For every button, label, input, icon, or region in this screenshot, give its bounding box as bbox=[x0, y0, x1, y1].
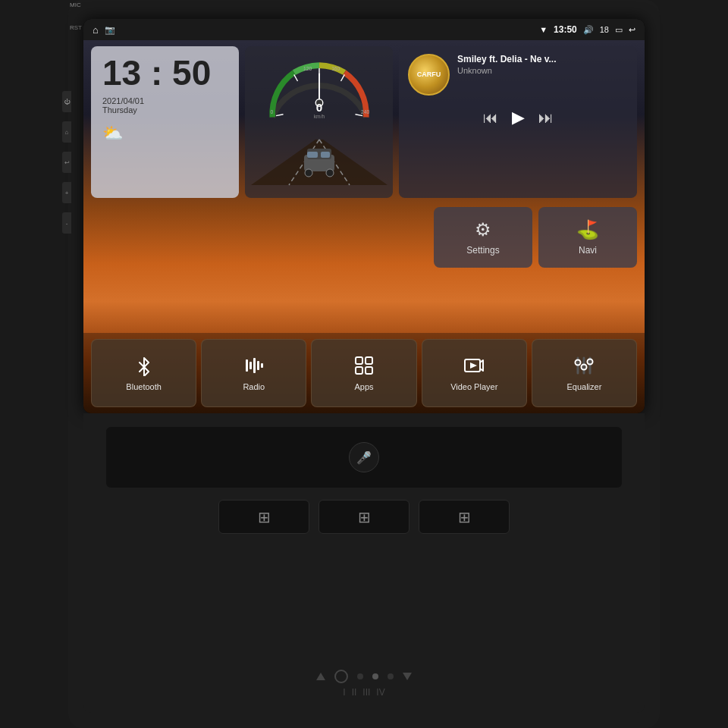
camera-icon: 📷 bbox=[105, 25, 115, 35]
car-road bbox=[245, 124, 393, 193]
back-icon[interactable]: ↩ bbox=[629, 25, 635, 35]
apps-tile[interactable]: Apps bbox=[311, 339, 416, 407]
settings-icon: ⚙ bbox=[475, 219, 491, 240]
mic-label: MIC bbox=[70, 2, 81, 8]
prev-track-button[interactable]: ⏮ bbox=[483, 109, 498, 127]
bottom-decorative: I II III IV bbox=[316, 670, 412, 698]
next-track-button[interactable]: ⏭ bbox=[538, 109, 554, 127]
rst-label: RST bbox=[70, 24, 82, 31]
svg-line-4 bbox=[355, 115, 362, 116]
music-widget: CARFU Smiley ft. Delia - Ne v... Unknown… bbox=[399, 46, 637, 198]
svg-line-3 bbox=[276, 115, 284, 116]
clock-weather: ⛅ bbox=[102, 124, 123, 143]
vent-left-button[interactable]: ⊞ bbox=[218, 500, 309, 534]
navi-icon: ⛳ bbox=[576, 219, 599, 240]
ac-control-area: 🎤 bbox=[106, 427, 622, 488]
vent-right-button[interactable]: ⊞ bbox=[419, 500, 510, 534]
center-dial bbox=[334, 670, 348, 683]
vent-center-icon: ⊞ bbox=[358, 508, 371, 526]
radio-tile[interactable]: Radio bbox=[201, 339, 306, 407]
volume-level: 18 bbox=[600, 25, 609, 34]
clock-widget: 13 : 50 2021/04/01 Thursday ⛅ bbox=[91, 46, 239, 198]
svg-rect-28 bbox=[366, 357, 372, 364]
settings-label: Settings bbox=[466, 245, 499, 256]
video-tile[interactable]: Video Player bbox=[422, 339, 527, 407]
widgets-row: 13 : 50 2021/04/01 Thursday ⛅ bbox=[83, 40, 645, 207]
vol-up-button[interactable]: + bbox=[62, 182, 71, 203]
home-icon[interactable]: ⌂ bbox=[93, 24, 99, 36]
settings-tile[interactable]: ⚙ Settings bbox=[434, 207, 532, 268]
vent-row: ⊞ ⊞ ⊞ bbox=[218, 500, 510, 534]
status-right: ▼ 13:50 🔊 18 ▭ ↩ bbox=[539, 24, 635, 35]
screen: ⌂ 📷 ▼ 13:50 🔊 18 ▭ ↩ 13 : 50 2021/04/01 … bbox=[83, 19, 645, 413]
music-top: CARFU Smiley ft. Delia - Ne v... Unknown bbox=[408, 54, 628, 96]
dial-icon-3: III bbox=[362, 687, 370, 698]
svg-point-18 bbox=[305, 169, 312, 177]
svg-marker-32 bbox=[480, 360, 483, 371]
bluetooth-icon bbox=[133, 355, 155, 376]
clock-day: Thursday bbox=[102, 105, 137, 115]
music-controls: ⏮ ▶ ⏭ bbox=[408, 108, 628, 127]
tri-1 bbox=[316, 673, 325, 680]
svg-rect-21 bbox=[321, 152, 330, 158]
radio-label: Radio bbox=[243, 382, 265, 391]
bluetooth-label: Bluetooth bbox=[126, 382, 161, 391]
svg-text:0: 0 bbox=[315, 101, 322, 114]
radio-icon bbox=[243, 355, 265, 376]
dial-icon-1: I bbox=[343, 687, 345, 698]
navi-tile[interactable]: ⛳ Navi bbox=[538, 207, 637, 268]
svg-rect-27 bbox=[356, 357, 362, 364]
vent-center-button[interactable]: ⊞ bbox=[318, 500, 410, 534]
dot-center bbox=[372, 673, 378, 679]
status-time: 13:50 bbox=[554, 24, 577, 35]
svg-line-1 bbox=[293, 74, 297, 81]
equalizer-icon bbox=[573, 355, 595, 376]
side-buttons: ⏻ ⌂ ↩ + - bbox=[62, 91, 71, 234]
volume-icon: 🔊 bbox=[583, 25, 594, 35]
svg-line-2 bbox=[340, 74, 344, 81]
navi-label: Navi bbox=[579, 245, 597, 256]
music-artist: Unknown bbox=[457, 66, 628, 75]
vent-left-icon: ⊞ bbox=[258, 508, 271, 526]
home-side-button[interactable]: ⌂ bbox=[62, 121, 71, 143]
vol-down-button[interactable]: - bbox=[62, 212, 71, 234]
clock-time: 13 : 50 bbox=[102, 55, 211, 90]
weather-icon: ⛅ bbox=[102, 124, 123, 143]
back-side-button[interactable]: ↩ bbox=[62, 152, 71, 173]
music-info: Smiley ft. Delia - Ne v... Unknown bbox=[457, 54, 628, 75]
apps-label: Apps bbox=[354, 382, 373, 391]
svg-rect-23 bbox=[249, 362, 252, 369]
speedometer-gauge: 0 120 160 240 0 km/h bbox=[259, 52, 380, 124]
dot-left bbox=[357, 673, 363, 679]
video-label: Video Player bbox=[450, 382, 497, 391]
svg-text:240: 240 bbox=[361, 109, 369, 115]
video-icon bbox=[463, 355, 485, 376]
speed-dials: I II III IV bbox=[343, 687, 384, 698]
svg-text:120: 120 bbox=[303, 66, 312, 71]
equalizer-tile[interactable]: Equalizer bbox=[532, 339, 637, 407]
battery-icon: ▭ bbox=[615, 25, 623, 35]
power-button[interactable]: ⏻ bbox=[62, 91, 71, 112]
apps-row: Bluetooth Radio bbox=[83, 333, 645, 413]
speedometer-widget: 0 120 160 240 0 km/h bbox=[245, 46, 393, 198]
play-button[interactable]: ▶ bbox=[512, 108, 525, 127]
clock-date: 2021/04/01 bbox=[102, 96, 144, 105]
mic-button[interactable]: 🎤 bbox=[349, 442, 379, 472]
svg-rect-26 bbox=[261, 363, 263, 368]
bluetooth-tile[interactable]: Bluetooth bbox=[91, 339, 196, 407]
tri-2 bbox=[403, 673, 412, 680]
wifi-icon: ▼ bbox=[539, 25, 548, 34]
svg-rect-29 bbox=[356, 367, 362, 374]
triangle-row bbox=[316, 670, 412, 683]
settings-navi-row: ⚙ Settings ⛳ Navi bbox=[83, 207, 645, 268]
svg-rect-22 bbox=[246, 359, 248, 372]
svg-text:160: 160 bbox=[331, 66, 340, 71]
svg-rect-24 bbox=[253, 358, 256, 373]
dial-icon-2: II bbox=[352, 687, 357, 698]
music-title: Smiley ft. Delia - Ne v... bbox=[457, 54, 628, 64]
equalizer-label: Equalizer bbox=[566, 382, 601, 391]
apps-icon bbox=[353, 355, 375, 376]
lower-panel: 🎤 ⊞ ⊞ ⊞ I bbox=[83, 413, 645, 713]
screen-content: 13 : 50 2021/04/01 Thursday ⛅ bbox=[83, 40, 645, 413]
dot-right bbox=[388, 673, 394, 679]
